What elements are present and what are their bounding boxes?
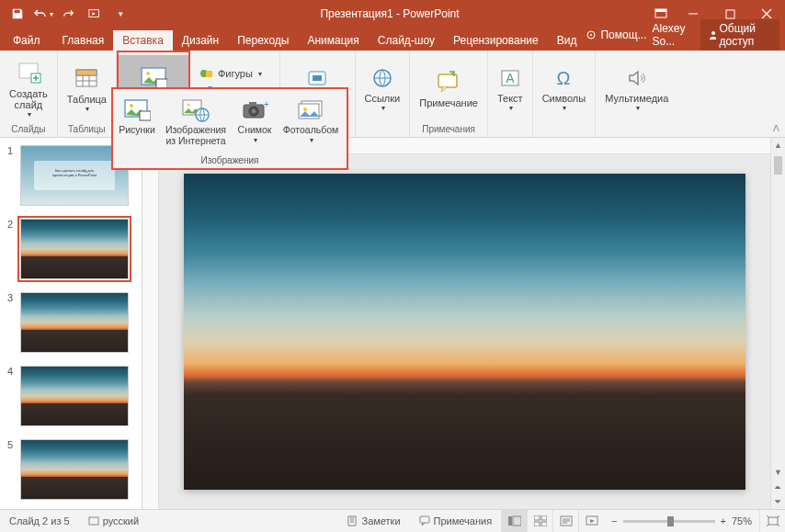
group-symbols: Ω Символы ▾ (533, 51, 597, 137)
work-area: 1 Как сделать слайд для презентации в Po… (0, 138, 785, 509)
prev-slide-button[interactable]: ⏶ (771, 480, 785, 494)
table-label: Таблица (67, 94, 107, 105)
links-button[interactable]: Ссылки ▾ (361, 56, 404, 122)
svg-rect-32 (140, 111, 151, 120)
svg-rect-51 (534, 522, 540, 526)
pictures-from-file-button[interactable]: Рисунки (113, 95, 161, 137)
picture-file-icon (123, 98, 151, 122)
notes-icon (347, 515, 358, 526)
svg-text:Ω: Ω (557, 68, 571, 88)
tab-review[interactable]: Рецензирование (444, 30, 548, 51)
slide-counter[interactable]: Слайд 2 из 5 (0, 515, 79, 526)
slide-thumbnail-4[interactable] (20, 366, 129, 426)
tab-design[interactable]: Дизайн (173, 30, 228, 51)
comment-button[interactable]: Примечание (415, 56, 482, 122)
new-slide-button[interactable]: Создать слайд ▾ (6, 56, 51, 122)
start-from-beginning-button[interactable] (83, 2, 107, 26)
online-pictures-button[interactable]: Изображения из Интернета (161, 95, 231, 148)
tab-file[interactable]: Файл (0, 30, 53, 51)
text-button[interactable]: A Текст ▾ (494, 56, 527, 122)
slide-thumbnail-3[interactable] (20, 292, 129, 353)
save-button[interactable] (6, 2, 29, 26)
tell-me-button[interactable]: Помощ... (586, 28, 646, 41)
tab-animations[interactable]: Анимация (298, 30, 368, 51)
svg-rect-16 (206, 71, 212, 77)
thumbnail-row[interactable]: 3 (7, 292, 142, 353)
slide-canvas[interactable] (184, 174, 745, 490)
svg-rect-50 (541, 515, 547, 520)
svg-point-7 (711, 31, 715, 35)
svg-rect-48 (513, 516, 521, 526)
images-dropdown-panel: Рисунки Изображения из Интернета + Снимо… (111, 87, 348, 170)
table-icon (74, 65, 99, 91)
comment-icon (436, 71, 461, 95)
redo-button[interactable] (57, 2, 81, 26)
scroll-down-button[interactable]: ▼ (771, 465, 785, 480)
slide-thumbnail-5[interactable] (20, 439, 129, 500)
scrollbar-thumb[interactable] (774, 156, 782, 175)
table-button[interactable]: Таблица ▾ (63, 56, 110, 122)
qat-customize-button[interactable]: ▾ (108, 2, 132, 26)
slide-thumbnails-pane[interactable]: 1 Как сделать слайд для презентации в Po… (0, 138, 142, 509)
group-comments: Примечание Примечания (410, 51, 488, 137)
collapse-ribbon-button[interactable]: ᐱ (768, 120, 783, 135)
omega-icon: Ω (552, 66, 575, 90)
quick-access-toolbar: ▾ ▾ (0, 2, 132, 26)
scroll-up-button[interactable]: ▲ (771, 138, 785, 153)
notes-button[interactable]: Заметки (338, 515, 410, 526)
svg-rect-55 (768, 517, 778, 525)
tab-transitions[interactable]: Переходы (228, 30, 298, 51)
share-button[interactable]: Общий доступ (700, 19, 779, 51)
svg-rect-11 (76, 70, 97, 75)
text-label: Текст (497, 93, 523, 104)
tab-view[interactable]: Вид (548, 30, 586, 51)
zoom-level[interactable]: 75% (732, 515, 752, 526)
vertical-scrollbar[interactable]: ▲ ▼ ⏶ ⏷ (770, 138, 785, 509)
user-account[interactable]: Alexey So... (653, 22, 695, 48)
shapes-button[interactable]: Фигуры▾ (196, 65, 274, 82)
comment-small-icon (419, 515, 430, 526)
svg-point-13 (146, 72, 150, 75)
slideshow-view-button[interactable] (578, 510, 604, 533)
svg-rect-47 (508, 516, 512, 526)
window-title: Презентация1 - PowerPoint (132, 7, 647, 20)
slide-editor-area: ▲ ▼ ⏶ ⏷ (142, 138, 785, 509)
fit-to-window-button[interactable] (759, 510, 785, 533)
tab-home[interactable]: Главная (53, 30, 114, 51)
photo-album-button[interactable]: Фотоальбом▾ (279, 95, 343, 148)
screenshot-button[interactable]: + Снимок▾ (231, 95, 279, 148)
zoom-slider[interactable] (623, 520, 715, 523)
symbols-label: Символы (542, 93, 586, 104)
tell-me-label: Помощ... (600, 28, 646, 41)
vertical-ruler[interactable] (142, 154, 159, 509)
zoom-slider-thumb[interactable] (667, 516, 674, 526)
undo-button[interactable]: ▾ (31, 2, 55, 26)
next-slide-button[interactable]: ⏷ (771, 494, 785, 509)
thumbnail-row[interactable]: 2 (7, 219, 142, 279)
reading-icon (560, 515, 573, 526)
comments-toggle-button[interactable]: Примечания (410, 515, 502, 526)
zoom-in-button[interactable]: + (721, 515, 726, 526)
thumbnail-row[interactable]: 4 (7, 366, 142, 426)
symbols-button[interactable]: Ω Символы ▾ (539, 56, 590, 122)
group-text: A Текст ▾ (488, 51, 533, 137)
tab-slideshow[interactable]: Слайд-шоу (369, 30, 444, 51)
svg-rect-26 (438, 74, 457, 87)
spellcheck-icon (88, 515, 99, 526)
media-button[interactable]: Мультимедиа ▾ (601, 56, 672, 122)
zoom-out-button[interactable]: − (611, 515, 617, 526)
tab-insert[interactable]: Вставка (113, 30, 173, 51)
slide-thumbnail-2[interactable] (20, 219, 129, 279)
thumbnail-row[interactable]: 5 (7, 439, 142, 500)
fit-icon (767, 515, 779, 526)
normal-view-icon (508, 515, 521, 526)
online-picture-icon (182, 98, 210, 122)
sorter-view-button[interactable] (527, 510, 552, 533)
normal-view-button[interactable] (501, 510, 527, 533)
reading-view-button[interactable] (552, 510, 578, 533)
media-label: Мультимедиа (605, 93, 668, 104)
language-indicator[interactable]: русский (79, 515, 148, 526)
new-slide-label: Создать слайд (9, 88, 48, 110)
new-slide-icon (16, 60, 41, 85)
svg-rect-37 (249, 102, 256, 106)
